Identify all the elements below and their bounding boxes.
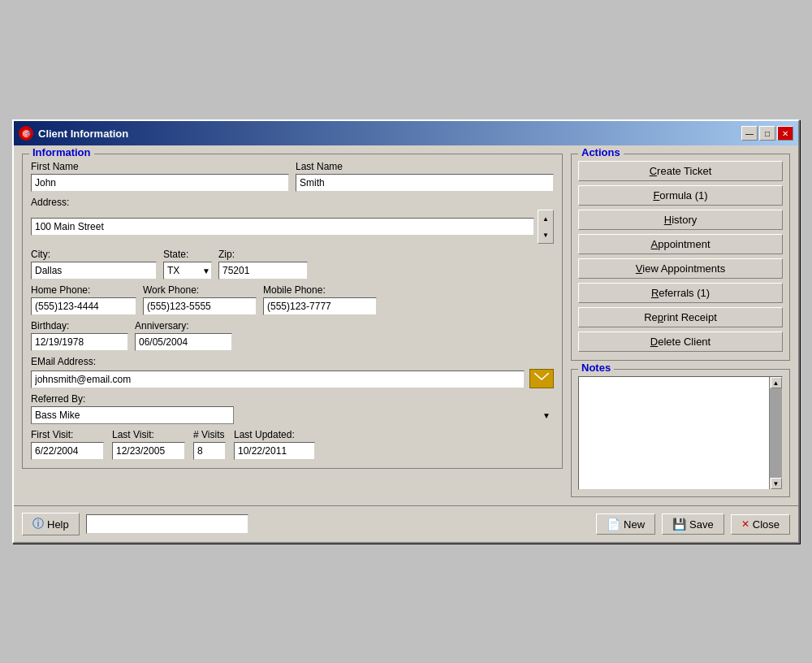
last-name-label: Last Name — [296, 161, 554, 172]
home-phone-input[interactable] — [31, 297, 136, 315]
zip-group: Zip: — [218, 249, 308, 280]
referred-by-select[interactable]: Bass Mike Other — [31, 406, 234, 424]
state-label: State: — [163, 249, 212, 260]
information-legend: Information — [29, 146, 94, 158]
num-visits-label: # Visits — [193, 429, 226, 440]
address-wrapper: ▲ ▼ — [31, 210, 554, 244]
mobile-phone-input[interactable] — [263, 297, 377, 315]
close-window-button[interactable]: ✕ — [777, 126, 793, 141]
help-label: Help — [47, 518, 69, 531]
city-label: City: — [31, 249, 157, 260]
referred-by-label: Referred By: — [31, 393, 554, 405]
num-visits-input[interactable] — [193, 442, 226, 460]
address-group: Address: ▲ ▼ — [31, 197, 554, 244]
first-visit-label: First Visit: — [31, 429, 104, 440]
scroll-down-icon: ▼ — [542, 232, 549, 239]
birthday-group: Birthday: — [31, 320, 128, 351]
appointment-button[interactable]: Appointment — [578, 234, 783, 254]
mobile-phone-group: Mobile Phone: — [263, 284, 377, 315]
footer-dropdown — [86, 514, 248, 534]
first-visit-input[interactable] — [31, 442, 104, 460]
state-group: State: TX CA NY FL ▼ — [163, 249, 212, 280]
city-group: City: — [31, 249, 157, 280]
zip-input[interactable] — [218, 262, 308, 280]
work-phone-label: Work Phone: — [143, 284, 257, 296]
scroll-track — [770, 388, 782, 478]
last-updated-input[interactable] — [234, 442, 315, 460]
minimize-button[interactable]: — — [741, 126, 758, 141]
history-button[interactable]: History — [578, 210, 783, 230]
delete-client-button[interactable]: Delete Client — [578, 332, 783, 352]
view-appointments-button[interactable]: View Appointments — [578, 258, 783, 279]
window-footer: ⓘ Help 📄 New 💾 Save ✕ Close — [14, 505, 798, 542]
last-updated-group: Last Updated: — [234, 429, 315, 460]
name-row: First Name Last Name — [31, 161, 554, 192]
new-doc-icon: 📄 — [607, 518, 620, 531]
home-phone-group: Home Phone: — [31, 284, 136, 315]
reprint-receipt-button[interactable]: Reprint Receipt — [578, 307, 783, 327]
maximize-button[interactable]: □ — [759, 126, 775, 141]
notes-scrollbar: ▲ ▼ — [769, 377, 782, 489]
help-button[interactable]: ⓘ Help — [22, 513, 80, 535]
email-input[interactable] — [31, 370, 525, 388]
scroll-down-button[interactable]: ▼ — [771, 478, 782, 489]
birthday-anniversary-row: Birthday: Anniversary: — [31, 320, 554, 351]
formula-button[interactable]: Formula (1) — [578, 185, 783, 206]
title-bar: 🎯 Client Information — □ ✕ — [14, 121, 798, 145]
email-icon[interactable] — [529, 369, 554, 388]
save-button[interactable]: 💾 Save — [662, 514, 724, 535]
first-visit-group: First Visit: — [31, 429, 104, 460]
actions-legend: Actions — [578, 146, 624, 158]
close-button[interactable]: ✕ Close — [731, 514, 790, 535]
anniversary-label: Anniversary: — [135, 320, 232, 332]
first-name-input[interactable] — [31, 174, 289, 192]
first-name-label: First Name — [31, 161, 289, 172]
city-input[interactable] — [31, 262, 157, 280]
close-label: Close — [753, 518, 780, 531]
scroll-up-button[interactable]: ▲ — [771, 377, 782, 388]
anniversary-group: Anniversary: — [135, 320, 232, 351]
state-select-wrapper: TX CA NY FL ▼ — [163, 262, 212, 280]
scroll-up-icon: ▲ — [542, 215, 549, 223]
visits-row: First Visit: Last Visit: # Visits Last U… — [31, 429, 554, 460]
new-button[interactable]: 📄 New — [596, 514, 655, 535]
state-select[interactable]: TX CA NY FL — [163, 262, 212, 280]
email-row — [31, 369, 554, 388]
notes-textarea[interactable] — [579, 377, 769, 489]
first-name-group: First Name — [31, 161, 289, 192]
email-label: EMail Address: — [31, 356, 554, 367]
zip-label: Zip: — [218, 249, 308, 260]
last-visit-label: Last Visit: — [112, 429, 185, 440]
referred-by-select-wrapper: Bass Mike Other ▼ — [31, 406, 554, 424]
address-scroll-button[interactable]: ▲ ▼ — [538, 210, 554, 244]
work-phone-group: Work Phone: — [143, 284, 257, 315]
right-panel: Actions Create Ticket Formula (1) Histor… — [571, 154, 790, 497]
save-label: Save — [689, 518, 714, 531]
last-visit-group: Last Visit: — [112, 429, 185, 460]
referred-by-dropdown-arrow-icon: ▼ — [542, 411, 551, 420]
title-controls: — □ ✕ — [741, 126, 793, 141]
work-phone-input[interactable] — [143, 297, 257, 315]
referrals-button[interactable]: Referrals (1) — [578, 283, 783, 303]
city-state-zip-row: City: State: TX CA NY FL ▼ — [31, 249, 554, 280]
footer-select[interactable] — [86, 514, 248, 534]
window-title: Client Information — [38, 128, 128, 140]
left-panel: Information First Name Last Name Address… — [22, 154, 563, 497]
referred-by-group: Referred By: Bass Mike Other ▼ — [31, 393, 554, 424]
phone-row: Home Phone: Work Phone: Mobile Phone: — [31, 284, 554, 315]
save-icon: 💾 — [672, 518, 686, 531]
last-name-input[interactable] — [296, 174, 554, 192]
close-icon: ✕ — [741, 518, 749, 530]
address-label: Address: — [31, 197, 554, 208]
anniversary-input[interactable] — [135, 333, 232, 351]
address-input[interactable] — [31, 218, 534, 236]
last-visit-input[interactable] — [112, 442, 185, 460]
birthday-label: Birthday: — [31, 320, 128, 332]
birthday-input[interactable] — [31, 333, 128, 351]
information-group: Information First Name Last Name Address… — [22, 154, 563, 469]
window-body: Information First Name Last Name Address… — [14, 145, 798, 505]
create-ticket-button[interactable]: Create Ticket — [578, 161, 783, 181]
help-icon: ⓘ — [32, 517, 44, 531]
last-updated-label: Last Updated: — [234, 429, 315, 440]
client-information-window: 🎯 Client Information — □ ✕ Information F… — [12, 119, 800, 544]
